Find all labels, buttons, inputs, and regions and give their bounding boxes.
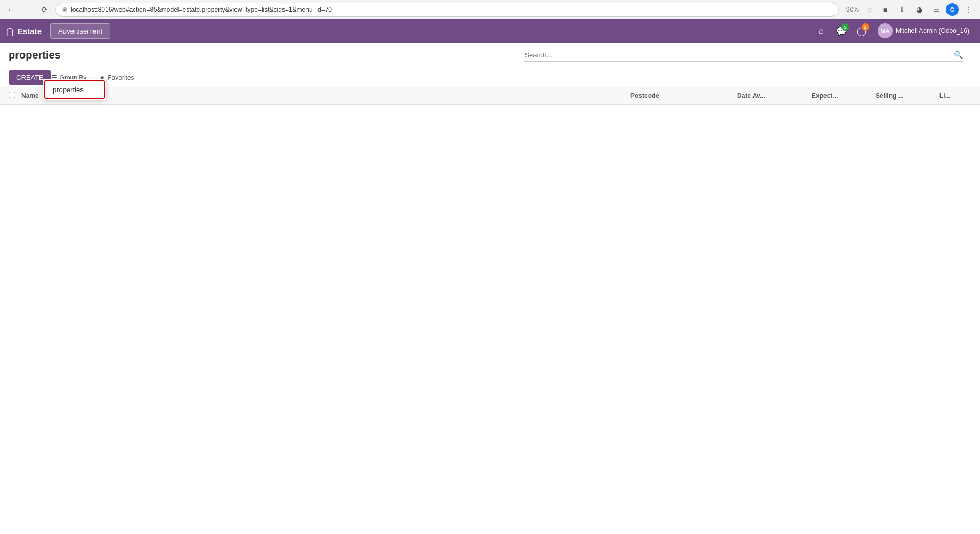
column-header-name[interactable]: Name	[21, 92, 630, 100]
browser-right-icons: ■ ⇓ ◕ ▭ G ⋮	[878, 2, 976, 17]
advertisement-menu-item[interactable]: Advertisement	[50, 23, 110, 39]
search-icon[interactable]: 🔍	[954, 51, 963, 59]
content-area: properties properties 🔍 CREATE ▼ Filters…	[0, 43, 980, 147]
download-icon-btn[interactable]: ⇓	[895, 2, 910, 17]
column-header-expect[interactable]: Expect...	[812, 92, 876, 100]
empty-table-body	[0, 105, 980, 147]
search-input[interactable]	[524, 49, 954, 61]
activity-badge: 2	[862, 23, 869, 31]
chat-badge: 5	[841, 23, 849, 31]
column-header-date-av[interactable]: Date Av...	[737, 92, 812, 100]
column-header-li[interactable]: Li...	[939, 92, 971, 100]
chat-icon-btn[interactable]: 💬 5	[833, 22, 850, 39]
favorites-label: Favorites	[108, 74, 134, 81]
checkbox-all[interactable]	[9, 92, 15, 98]
url-text: localhost:8016/web#action=85&model=estat…	[71, 6, 332, 13]
page-title: properties	[9, 49, 61, 61]
breadcrumb-dropdown: properties	[43, 79, 107, 101]
home-icon-btn[interactable]: ⌂	[813, 22, 830, 39]
app-header-right: ⌂ 💬 5 ◯ 2 MA Mitchell Admin (Odoo_16)	[813, 21, 974, 40]
search-container: 🔍	[524, 49, 963, 62]
address-bar[interactable]: ◉ localhost:8016/web#action=85&model=est…	[55, 3, 839, 17]
breadcrumb-item-properties[interactable]: properties	[44, 80, 105, 99]
table-container: Name Postcode Date Av... Expect... Selli…	[0, 87, 980, 147]
menu-icon-btn[interactable]: ⋮	[961, 2, 976, 17]
security-icon: ◉	[62, 6, 68, 13]
zoom-level: 90%	[843, 6, 862, 13]
browser-bar: ← → ⟳ ◉ localhost:8016/web#action=85&mod…	[0, 0, 980, 19]
user-name: Mitchell Admin (Odoo_16)	[896, 27, 969, 35]
toolbar: CREATE ▼ Filters ☰ Group By ★ Favorites	[0, 68, 980, 87]
screenshot-icon-btn[interactable]: ▭	[929, 2, 944, 17]
activity-icon-btn[interactable]: ◯ 2	[853, 22, 870, 39]
column-header-postcode[interactable]: Postcode	[630, 92, 737, 100]
pocket-icon-btn[interactable]: ■	[878, 2, 893, 17]
app-header: ⋂ Estate Advertisement ⌂ 💬 5 ◯ 2 MA Mitc…	[0, 19, 980, 43]
reload-button[interactable]: ⟳	[38, 3, 51, 16]
apps-grid-icon[interactable]: ⋂	[6, 26, 13, 36]
bookmark-icon[interactable]: ☆	[866, 5, 873, 14]
user-menu[interactable]: MA Mitchell Admin (Odoo_16)	[873, 21, 974, 40]
user-avatar: MA	[878, 23, 893, 38]
forward-button[interactable]: →	[21, 3, 34, 16]
extensions-icon-btn[interactable]: ◕	[912, 2, 927, 17]
table-header: Name Postcode Date Av... Expect... Selli…	[0, 87, 980, 105]
column-header-selling[interactable]: Selling ...	[876, 92, 939, 100]
back-button[interactable]: ←	[4, 3, 17, 16]
sub-header: properties properties 🔍	[0, 43, 980, 68]
app-title[interactable]: Estate	[18, 27, 42, 36]
browser-profile[interactable]: G	[946, 3, 959, 16]
select-all-checkbox[interactable]	[9, 92, 21, 100]
home-icon: ⌂	[819, 26, 824, 36]
